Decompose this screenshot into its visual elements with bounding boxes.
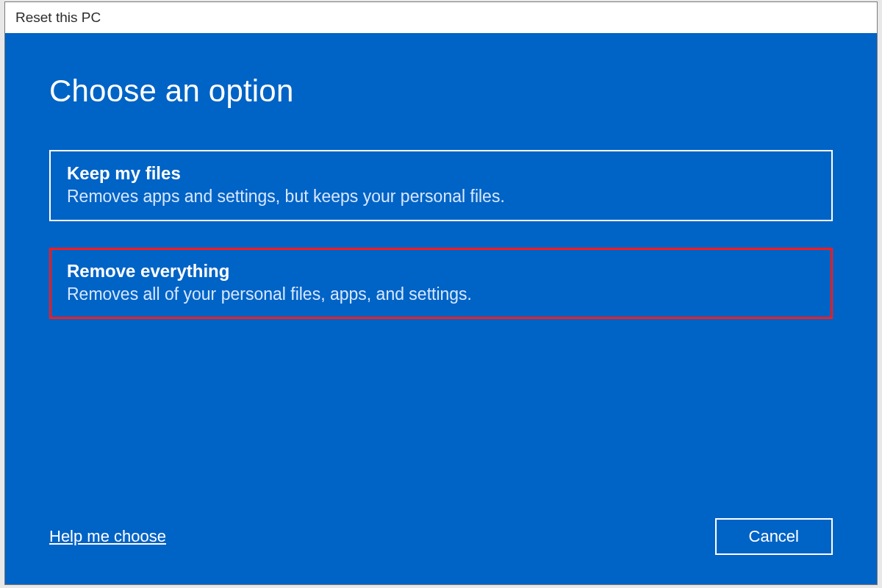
option-description: Removes apps and settings, but keeps you… xyxy=(67,187,815,207)
option-keep-my-files[interactable]: Keep my files Removes apps and settings,… xyxy=(49,150,833,221)
option-title: Remove everything xyxy=(67,261,815,282)
window-title: Reset this PC xyxy=(15,10,101,26)
option-description: Removes all of your personal files, apps… xyxy=(67,284,815,304)
page-heading: Choose an option xyxy=(49,74,833,109)
help-me-choose-link[interactable]: Help me choose xyxy=(49,527,166,546)
cancel-button[interactable]: Cancel xyxy=(715,518,833,555)
dialog-footer: Help me choose Cancel xyxy=(49,518,833,555)
options-list: Keep my files Removes apps and settings,… xyxy=(49,150,833,319)
window-titlebar: Reset this PC xyxy=(5,2,877,33)
option-title: Keep my files xyxy=(67,163,815,184)
dialog-content: Choose an option Keep my files Removes a… xyxy=(5,33,877,584)
reset-pc-dialog: Reset this PC Choose an option Keep my f… xyxy=(4,1,878,585)
option-remove-everything[interactable]: Remove everything Removes all of your pe… xyxy=(49,248,833,319)
